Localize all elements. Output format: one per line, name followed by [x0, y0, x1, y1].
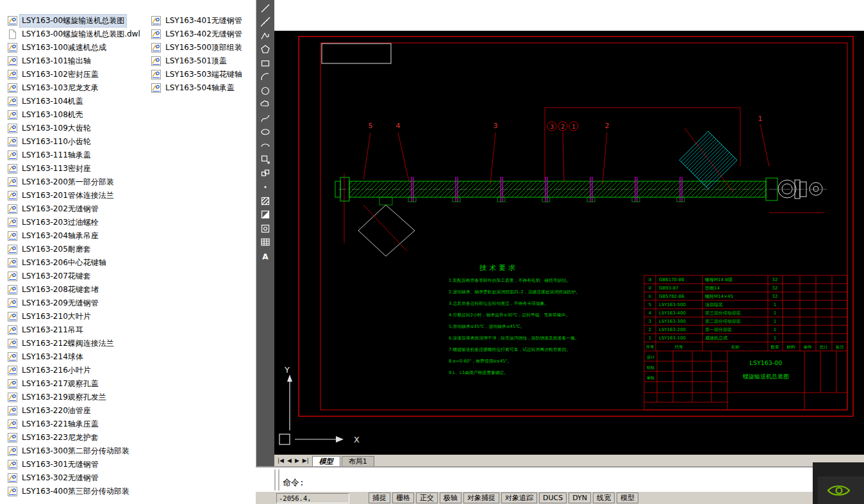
layout-tabs: 模型布局1	[312, 456, 376, 466]
file-item[interactable]: LSY163-219观察孔发兰	[8, 391, 150, 404]
tech-requirements-title: 技术要求	[479, 264, 518, 272]
status-toggle-模型[interactable]: 模型	[617, 492, 638, 503]
status-toggle-栅格[interactable]: 栅格	[392, 492, 414, 503]
file-item[interactable]: LSY163-113密封座	[8, 162, 150, 175]
dwg-file-icon	[151, 70, 161, 79]
file-item[interactable]: LSY163-401无缝钢管	[151, 14, 254, 28]
file-item-label: LSY163-208花键套堵	[20, 284, 101, 296]
arc-tool-button[interactable]	[258, 70, 273, 85]
insert-block-tool-button[interactable]	[258, 153, 273, 167]
nvidia-overlay[interactable]	[813, 462, 864, 504]
tech-requirement-line: 5.滑动轴承≤35℃，滚动轴承≤45℃。	[449, 324, 524, 329]
file-item[interactable]: LSY163-220油管座	[8, 404, 150, 418]
file-item[interactable]: LSY163-301无缝钢管	[8, 458, 150, 471]
drawing-canvas[interactable]: 5 4 3 2 1 3 2 1	[274, 31, 864, 455]
file-item[interactable]: LSY163-207花键套	[8, 270, 150, 283]
file-item[interactable]: LSY163-104机盖	[8, 95, 150, 108]
file-item[interactable]: LSY163-221轴承压盖	[8, 418, 150, 431]
tab-model[interactable]: 模型	[312, 456, 340, 466]
file-item[interactable]: LSY163-103尼龙支承	[8, 81, 150, 95]
file-item[interactable]: LSY163-205耐磨套	[8, 243, 150, 256]
status-toggle-DYN[interactable]: DYN	[569, 492, 591, 503]
ellipse-arc-tool-button[interactable]	[258, 139, 273, 153]
file-item[interactable]: LSY163-203过油螺栓	[8, 216, 150, 229]
multiline-text-tool-button[interactable]: A	[258, 249, 273, 263]
status-toggle-对象追踪[interactable]: 对象追踪	[501, 492, 537, 503]
ellipse-tool-button[interactable]	[258, 126, 273, 140]
file-item[interactable]: LSY163-204轴承吊座	[8, 229, 150, 243]
polyline-tool-button[interactable]	[258, 29, 273, 43]
tab-nav-arrow-icon[interactable]: ◀	[287, 457, 292, 464]
file-item[interactable]: LSY163-209无缝钢管	[8, 297, 150, 310]
revision-cloud-tool-button[interactable]	[258, 98, 273, 112]
region-tool-button[interactable]	[258, 222, 273, 236]
hatch-tool-button[interactable]	[258, 194, 273, 208]
file-item[interactable]: LSY163-100减速机总成	[8, 41, 150, 54]
spline-tool-button[interactable]	[258, 111, 273, 126]
file-item[interactable]: LSY163-102密封压盖	[8, 68, 150, 81]
dwg-file-icon	[8, 366, 17, 375]
status-toggle-线宽[interactable]: 线宽	[593, 492, 615, 503]
line-tool-button[interactable]	[258, 1, 273, 15]
tab-layout[interactable]: 布局1	[342, 456, 374, 466]
gradient-tool-button[interactable]	[258, 208, 273, 222]
bom-header-cell: 序号	[646, 345, 655, 350]
file-item[interactable]: LSY163-501顶盖	[151, 54, 254, 68]
file-item[interactable]: LSY163-216小叶片	[8, 364, 150, 377]
file-item-label: LSY163-504轴承盖	[163, 82, 237, 94]
title-block-labels: 设计校核审核	[646, 355, 654, 380]
tab-nav-arrow-icon[interactable]: ▶|	[303, 457, 309, 464]
file-item[interactable]: LSY163-202无缝钢管	[8, 202, 150, 216]
file-item[interactable]: LSY163-111轴承盖	[8, 149, 150, 162]
tab-nav-arrow-icon[interactable]: |◀	[278, 457, 284, 464]
dwg-file-icon	[8, 379, 17, 389]
polygon-tool-button[interactable]	[258, 43, 273, 57]
circle-tool-button[interactable]	[258, 84, 273, 98]
file-item[interactable]: LSY163-211吊耳	[8, 323, 150, 337]
file-item[interactable]: LSY163-110小齿轮	[8, 135, 150, 149]
circle-icon	[260, 86, 270, 96]
file-item[interactable]: LSY163-201管体连接法兰	[8, 189, 150, 202]
construction-line-tool-button[interactable]	[258, 15, 273, 29]
tab-nav-arrow-icon[interactable]: ▶	[295, 457, 299, 464]
file-item[interactable]: LSY163-101输出轴	[8, 54, 150, 68]
bom-name: 第三部分传动部装	[705, 311, 741, 316]
file-item[interactable]: LSY163-504轴承盖	[151, 81, 254, 95]
tech-requirement-line: 4.空载运转2小时，轴承温升≤30℃，运转平稳、无异常噪声。	[449, 313, 570, 318]
make-block-tool-button[interactable]	[258, 167, 273, 181]
status-toggle-DUCS[interactable]: DUCS	[539, 492, 567, 503]
file-item[interactable]: LSY163-214球体	[8, 350, 150, 364]
file-item[interactable]: LSY163-200第一部分部装	[8, 175, 150, 189]
status-toggle-捕捉[interactable]: 捕捉	[369, 492, 390, 503]
status-toggle-正交[interactable]: 正交	[416, 492, 438, 503]
file-item[interactable]: LSY163-400第三部分传动部装	[8, 485, 150, 498]
command-window-grip[interactable]	[274, 469, 279, 491]
command-line-window[interactable]: 命令:	[256, 466, 864, 492]
region-icon	[260, 224, 270, 234]
file-item[interactable]: LSY163-206中心花键轴	[8, 256, 150, 270]
file-item[interactable]: LSY163-00螺旋输送机总装图.dwl	[8, 28, 150, 41]
file-item[interactable]: LSY163-00螺旋输送机总装图	[8, 14, 150, 28]
file-item[interactable]: LSY163-217观察孔盖	[8, 377, 150, 391]
coordinate-readout[interactable]: -2056.4, -2379.5, 0.0	[276, 493, 349, 503]
file-item[interactable]: LSY163-500顶部组装	[151, 41, 254, 54]
file-item[interactable]: LSY163-402无缝钢管	[151, 28, 254, 41]
file-item[interactable]: LSY163-210大叶片	[8, 310, 150, 323]
bom-qty: 1	[774, 336, 776, 341]
bom-code: LSY163-300	[659, 319, 686, 324]
point-tool-button[interactable]	[258, 181, 273, 195]
command-prompt[interactable]: 命令:	[283, 477, 304, 489]
file-item[interactable]: LSY163-223尼龙护套	[8, 431, 150, 444]
file-item[interactable]: LSY163-109大齿轮	[8, 122, 150, 135]
file-item[interactable]: LSY163-300第二部分传动部装	[8, 444, 150, 458]
table-tool-button[interactable]	[258, 236, 273, 250]
file-item[interactable]: LSY163-212蝶阀连接法兰	[8, 337, 150, 350]
status-toggle-对象捕捉[interactable]: 对象捕捉	[463, 492, 499, 503]
file-item[interactable]: LSY163-108机壳	[8, 108, 150, 122]
file-item[interactable]: LSY163-503端花键轴	[151, 68, 254, 81]
status-toggle-极轴[interactable]: 极轴	[440, 492, 461, 503]
rectangle-tool-button[interactable]	[258, 56, 273, 70]
file-item[interactable]: LSY163-302无缝钢管	[8, 471, 150, 485]
file-item[interactable]: LSY163-208花键套堵	[8, 283, 150, 297]
file-item-label: LSY163-211吊耳	[20, 324, 85, 336]
